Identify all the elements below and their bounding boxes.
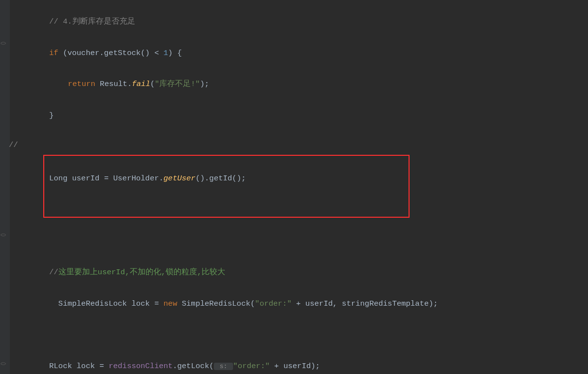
code-line[interactable]: if (voucher.getStock() < 1) { bbox=[15, 45, 438, 61]
comment-text: // 4.判断库存是否充足 bbox=[49, 17, 135, 26]
gutter-method-hint-icon bbox=[0, 233, 10, 240]
code-line[interactable]: return Result.fail("库存不足!"); bbox=[15, 76, 438, 92]
blank-line[interactable] bbox=[15, 201, 438, 217]
blank-line[interactable] bbox=[15, 327, 438, 343]
parameter-hint: s: bbox=[214, 363, 233, 370]
code-editor-content[interactable]: // 4.判断库存是否充足 if (voucher.getStock() < 1… bbox=[15, 0, 438, 374]
code-line[interactable]: SimpleRedisLock lock = new SimpleRedisLo… bbox=[15, 296, 438, 312]
editor-gutter bbox=[0, 0, 10, 374]
code-line[interactable]: //这里要加上userId,不加的化,锁的粒度,比较大 bbox=[15, 264, 438, 280]
code-line[interactable]: Long userId = UserHolder.getUser().getId… bbox=[15, 171, 438, 186]
gutter-method-hint-icon bbox=[0, 362, 10, 369]
code-line[interactable]: RLock lock = redissonClient.getLock( s: … bbox=[15, 358, 438, 374]
blank-line[interactable] bbox=[15, 139, 438, 155]
gutter-method-hint-icon bbox=[0, 41, 10, 48]
code-line[interactable]: // 4.判断库存是否充足 bbox=[15, 14, 438, 29]
code-line[interactable]: } bbox=[15, 108, 438, 123]
blank-line[interactable] bbox=[15, 233, 438, 249]
